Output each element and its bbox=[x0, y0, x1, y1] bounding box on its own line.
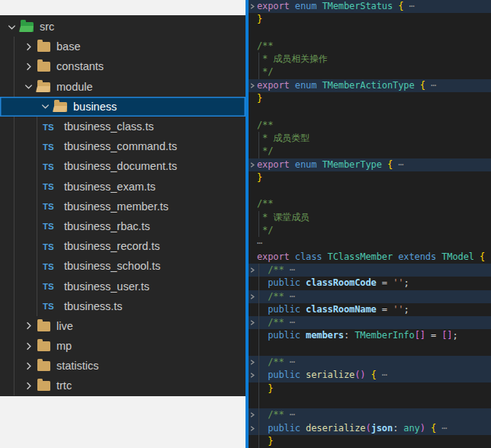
code-line[interactable]: /** ⋯ bbox=[249, 264, 491, 277]
code-line[interactable]: public classRoomCode = ''; bbox=[249, 277, 491, 290]
code-token: /** bbox=[257, 120, 273, 130]
tree-item-label: base bbox=[56, 40, 80, 53]
tree-item-tbusiness-school-ts[interactable]: TStbusiness_school.ts bbox=[0, 256, 246, 276]
code-token: ⋯ bbox=[284, 264, 295, 275]
chevron-down-icon[interactable] bbox=[23, 81, 34, 92]
tree-item-tbusiness-member-ts[interactable]: TStbusiness_member.ts bbox=[0, 197, 246, 216]
tree-item-src[interactable]: src bbox=[0, 17, 246, 37]
code-token: export bbox=[257, 80, 290, 91]
fold-chevron-icon[interactable] bbox=[249, 371, 256, 379]
tree-item-base[interactable]: base bbox=[0, 37, 246, 56]
tree-item-mp[interactable]: mp bbox=[0, 336, 246, 356]
code-line[interactable]: /** ⋯ bbox=[249, 356, 491, 369]
open-folder-icon bbox=[37, 82, 50, 92]
code-token: ; bbox=[453, 330, 458, 341]
chevron-right-icon[interactable] bbox=[23, 380, 34, 392]
code-line[interactable] bbox=[249, 395, 491, 408]
indent-guide bbox=[258, 132, 259, 145]
code-line[interactable]: public members: TMemberInfo[] = []; bbox=[249, 329, 491, 342]
fold-chevron-icon[interactable] bbox=[249, 424, 256, 433]
code-line[interactable]: /** ⋯ bbox=[249, 290, 491, 303]
indent-guide bbox=[258, 316, 259, 329]
fold-chevron-icon[interactable] bbox=[249, 411, 256, 419]
tree-item-tbusiness-user-ts[interactable]: TStbusiness_user.ts bbox=[0, 276, 246, 296]
code-line[interactable]: * 成员类型 bbox=[249, 132, 491, 145]
fold-chevron-icon[interactable] bbox=[249, 318, 256, 327]
fold-chevron-icon[interactable] bbox=[249, 161, 256, 169]
code-line[interactable]: /** bbox=[249, 40, 491, 53]
code-line[interactable] bbox=[249, 27, 491, 40]
tree-item-tbusiness-exam-ts[interactable]: TStbusiness_exam.ts bbox=[0, 177, 246, 197]
code-token: () bbox=[355, 370, 365, 380]
tree-item-tbusiness-document-ts[interactable]: TStbusiness_document.ts bbox=[0, 156, 246, 176]
tree-item-trtc[interactable]: trtc bbox=[0, 376, 246, 395]
tree-item-live[interactable]: live bbox=[0, 316, 246, 336]
tree-item-label: constants bbox=[56, 60, 104, 72]
code-line[interactable]: public serialize() { ⋯ bbox=[249, 369, 491, 382]
chevron-right-icon[interactable] bbox=[23, 320, 34, 331]
code-token: { bbox=[382, 159, 393, 170]
tree-item-tbusiness-rbac-ts[interactable]: TStbusiness_rbac.ts bbox=[0, 216, 246, 236]
code-token: members bbox=[300, 330, 344, 341]
chevron-down-icon[interactable] bbox=[40, 101, 54, 113]
code-line[interactable]: public classRoomName = ''; bbox=[249, 303, 491, 316]
tree-item-label: tbusiness_rbac.ts bbox=[64, 220, 150, 232]
tree-item-tbusiness-ts[interactable]: TStbusiness.ts bbox=[0, 296, 246, 316]
fold-chevron-icon[interactable] bbox=[249, 2, 256, 11]
tree-item-business[interactable]: business bbox=[0, 97, 246, 117]
code-line[interactable]: */ bbox=[249, 145, 491, 158]
code-line[interactable]: } bbox=[249, 13, 491, 26]
fold-chevron-icon[interactable] bbox=[249, 358, 256, 366]
code-line[interactable]: export enum TMemberStatus { ⋯ bbox=[249, 0, 491, 13]
chevron-right-icon[interactable] bbox=[23, 320, 37, 332]
code-line[interactable] bbox=[249, 105, 491, 118]
code-line[interactable] bbox=[249, 184, 491, 197]
tree-item-label: live bbox=[56, 320, 73, 332]
tree-item-tbusiness-command-ts[interactable]: TStbusiness_command.ts bbox=[0, 136, 246, 156]
chevron-right-icon[interactable] bbox=[23, 379, 37, 392]
code-line[interactable]: * 成员相关操作 bbox=[249, 53, 491, 66]
code-line[interactable]: /** ⋯ bbox=[249, 408, 491, 421]
chevron-right-icon[interactable] bbox=[23, 41, 34, 53]
code-token: ⋯ bbox=[436, 423, 447, 434]
fold-chevron-icon[interactable] bbox=[249, 293, 256, 301]
code-line[interactable]: */ bbox=[249, 224, 491, 237]
code-token: public bbox=[257, 304, 300, 315]
src-folder-icon bbox=[21, 22, 34, 32]
chevron-right-icon[interactable] bbox=[23, 60, 37, 72]
code-line[interactable]: export class TClassMember extends TModel… bbox=[249, 251, 491, 264]
code-line[interactable]: ⋯ bbox=[249, 237, 491, 250]
code-token: export bbox=[257, 1, 290, 11]
tree-item-label: tbusiness_school.ts bbox=[64, 260, 161, 272]
code-line[interactable]: export enum TMemberType { ⋯ bbox=[249, 158, 491, 171]
chevron-down-icon[interactable] bbox=[23, 81, 37, 93]
chevron-right-icon[interactable] bbox=[23, 61, 34, 72]
chevron-right-icon[interactable] bbox=[23, 360, 34, 372]
tree-item-tbusiness-class-ts[interactable]: TStbusiness_class.ts bbox=[0, 117, 246, 136]
chevron-right-icon[interactable] bbox=[23, 340, 37, 352]
code-line[interactable]: /** ⋯ bbox=[249, 316, 491, 329]
tree-item-statistics[interactable]: statistics bbox=[0, 356, 246, 376]
fold-chevron-icon[interactable] bbox=[249, 266, 256, 274]
chevron-down-icon[interactable] bbox=[6, 21, 18, 33]
code-line[interactable]: } bbox=[249, 435, 491, 448]
chevron-down-icon[interactable] bbox=[40, 101, 51, 112]
tree-item-module[interactable]: module bbox=[0, 77, 246, 97]
chevron-right-icon[interactable] bbox=[23, 360, 37, 372]
code-line[interactable]: /** bbox=[249, 197, 491, 210]
code-line[interactable]: * 课堂成员 bbox=[249, 211, 491, 224]
chevron-right-icon[interactable] bbox=[23, 40, 37, 53]
code-line[interactable] bbox=[249, 343, 491, 356]
code-line[interactable]: /** bbox=[249, 119, 491, 132]
code-line[interactable]: } bbox=[249, 92, 491, 105]
tree-item-constants[interactable]: constants bbox=[0, 56, 246, 76]
tree-item-tbusiness-record-ts[interactable]: TStbusiness_record.ts bbox=[0, 236, 246, 256]
code-line[interactable]: export enum TMemberActionType { ⋯ bbox=[249, 79, 491, 92]
code-line[interactable]: public deserialize(json: any) { ⋯ bbox=[249, 422, 491, 435]
chevron-right-icon[interactable] bbox=[23, 341, 34, 352]
code-line[interactable]: */ bbox=[249, 66, 491, 78]
code-token: export bbox=[257, 251, 290, 262]
fold-chevron-icon[interactable] bbox=[249, 82, 256, 90]
code-line[interactable]: } bbox=[249, 382, 491, 395]
code-line[interactable]: } bbox=[249, 171, 491, 184]
